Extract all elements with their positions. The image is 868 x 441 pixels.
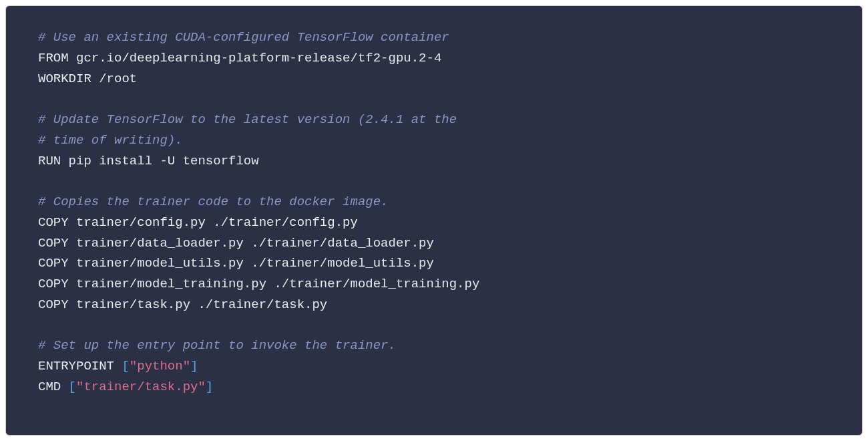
code-line: RUN pip install -U tensorflow <box>38 151 830 172</box>
code-line-entrypoint: ENTRYPOINT ["python"] <box>38 356 830 377</box>
code-comment: # Copies the trainer code to the docker … <box>38 192 830 212</box>
keyword-entrypoint: ENTRYPOINT <box>38 359 122 374</box>
code-comment: # Use an existing CUDA-configured Tensor… <box>38 27 830 48</box>
blank-line <box>38 171 830 192</box>
code-line: COPY trainer/model_utils.py ./trainer/mo… <box>38 253 830 274</box>
bracket-close: ] <box>190 359 198 374</box>
bracket-close: ] <box>206 380 213 394</box>
keyword-cmd: CMD <box>38 380 69 394</box>
code-comment: # Update TensorFlow to the latest versio… <box>38 110 830 130</box>
code-line: COPY trainer/task.py ./trainer/task.py <box>38 295 830 315</box>
blank-line <box>38 89 830 110</box>
dockerfile-code-block: # Use an existing CUDA-configured Tensor… <box>5 5 863 436</box>
code-comment: # time of writing). <box>38 130 830 151</box>
bracket-open: [ <box>69 380 76 394</box>
code-line-cmd: CMD ["trainer/task.py"] <box>38 377 830 398</box>
string-literal: "python" <box>130 359 190 374</box>
bracket-open: [ <box>122 359 129 374</box>
code-line: WORKDIR /root <box>38 69 830 90</box>
blank-line <box>38 315 830 336</box>
code-comment: # Set up the entry point to invoke the t… <box>38 335 830 356</box>
code-line: COPY trainer/data_loader.py ./trainer/da… <box>38 233 830 254</box>
code-line: COPY trainer/config.py ./trainer/config.… <box>38 212 830 233</box>
code-line: FROM gcr.io/deeplearning-platform-releas… <box>38 48 830 69</box>
string-literal: "trainer/task.py" <box>76 380 206 394</box>
code-line: COPY trainer/model_training.py ./trainer… <box>38 274 830 295</box>
